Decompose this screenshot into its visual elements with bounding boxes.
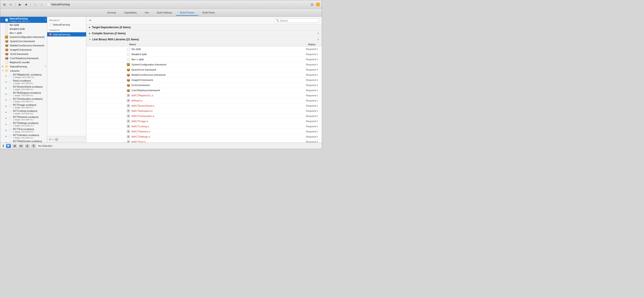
lib-name: QuartzCore.framework (132, 68, 292, 71)
step-status-button[interactable] (18, 144, 24, 148)
lib-row[interactable]: ⚙ libRCTGeolocation.a Required ⇅ (86, 114, 322, 119)
nav-item-rctactionsheet[interactable]: ▶ 📄 RCTActionSheet.xcodeproj 1 target, i… (4, 85, 47, 91)
nav-item-rctsettings[interactable]: ▶ 📄 RCTSettings.xcodeproj 1 target, iOS … (4, 121, 47, 127)
lib-row[interactable]: ⚙ libRCTActionSheet.a Required ⇅ (86, 103, 322, 108)
stepper-icon[interactable]: ⇅ (316, 84, 318, 86)
lib-row[interactable]: 📦 QuartzCore.framework Required ⇅ (86, 67, 322, 72)
lib-row[interactable]: 📦 SystemConfiguration.framework Required… (86, 62, 322, 67)
nav-item-mapboxbundle[interactable]: MapboxGL.bundle (0, 60, 47, 64)
group-icon: 📁 (5, 69, 8, 72)
project-nav-content: PROJECT 📄 NaturalFarming TARGETS 🎯 Natur… (47, 17, 86, 136)
nav-item-rctgeolocation[interactable]: ▶ 📄 RCTGeolocation.xcodeproj 1 target, i… (4, 97, 47, 103)
nav-fwd-button[interactable]: › (39, 2, 44, 7)
lib-row[interactable]: ⚙ libRCTSettings.a Required ⇅ (86, 134, 322, 139)
nav-item-glkit[interactable]: 📦 GLKit.framework (0, 52, 47, 56)
upload-button[interactable] (31, 144, 36, 148)
lib-row[interactable]: ⚙ libRCTAdSupport.a Required ⇅ (86, 108, 322, 114)
lib-row[interactable]: ⚙ libRCTImage.a Required ⇅ (86, 119, 322, 124)
nav-item-rctadsupport[interactable]: ▶ 📄 RCTAdSupport.xcodeproj 1 target, iOS… (4, 91, 47, 97)
stepper-icon[interactable]: ⇅ (316, 125, 318, 128)
nav-item-rcttext[interactable]: ▶ 📄 RCTText.xcodeproj 1 target, iOS SDK … (4, 127, 47, 133)
stepper-icon[interactable]: ⇅ (316, 130, 318, 133)
remove-target-button[interactable]: − (52, 137, 54, 141)
grid-icon[interactable]: ⊞ (2, 2, 7, 7)
tab-build-phases[interactable]: Build Phases (176, 10, 198, 16)
lib-row[interactable]: 📦 CoreTelephony.framework Required ⇅ (86, 88, 322, 93)
nav-item-libcpp[interactable]: libc++.dylib (0, 31, 47, 35)
nav-item-rctvibration[interactable]: ▶ 📄 RCTVibration.xcodeproj 1 target, iOS… (4, 133, 47, 139)
tab-info[interactable]: Info (141, 10, 153, 16)
warning-badge[interactable]: ! (316, 3, 320, 7)
run-status-button[interactable] (6, 144, 11, 148)
stepper-icon[interactable]: ⇅ (316, 48, 318, 50)
nav-item-react[interactable]: ▶ 📄 React.xcodeproj 1 target, iOS SDK 8.… (4, 79, 47, 85)
stepper-icon[interactable]: ⇅ (316, 110, 318, 112)
stepper-icon[interactable]: ⇅ (316, 79, 318, 81)
nav-back-button[interactable]: ‹ (33, 2, 38, 7)
nav-item-rctwebsocket[interactable]: ▶ 📄 RCTWebSocket.xcodeproj 1 target, iOS… (4, 139, 47, 142)
stepper-icon[interactable]: ⇅ (316, 74, 318, 76)
stepper-icon[interactable]: ⇅ (316, 94, 318, 97)
nav-item-naturalfarming-group[interactable]: ▶ 📁 NaturalFarming ? (0, 64, 47, 69)
nav-item-rctimage[interactable]: ▶ 📄 RCTImage.xcodeproj 1 target, iOS SDK… (4, 103, 47, 109)
lib-row[interactable]: ⚙ libRCTText.a Required ⇅ (86, 139, 322, 142)
nav-item-libraries[interactable]: ▼ 📁 Libraries (0, 69, 47, 73)
stepper-icon[interactable]: ⇅ (316, 89, 318, 92)
nav-item-imageio[interactable]: 📦 ImageIO.framework (0, 48, 47, 52)
phase-header-target-deps[interactable]: ▶ Target Dependencies (0 items) (86, 25, 322, 30)
nav-item-mobilecore[interactable]: 📦 MobileCoreServices.framework (0, 43, 47, 48)
stepper-icon[interactable]: ⇅ (316, 141, 318, 143)
tab-build-settings[interactable]: Build Settings (153, 10, 176, 16)
nav-item-quartzcore[interactable]: 📦 QuartzCore.framework (0, 39, 47, 43)
hide-navigator-icon[interactable]: ⊟ (310, 2, 314, 7)
stepper-icon[interactable]: ⇅ (316, 105, 318, 107)
lib-row[interactable]: ⚙ libRCTNetwork.a Required ⇅ (86, 129, 322, 134)
nav-item-libz[interactable]: libz.dylib (0, 23, 47, 27)
nav-item-libsqlite3[interactable]: libsqlite3.dylib (0, 27, 47, 31)
phase-header-link[interactable]: ▼ Link Binary With Libraries (21 items) … (86, 37, 322, 42)
filter-button[interactable]: ◎ (55, 137, 58, 141)
lib-row[interactable]: libc++.dylib Required ⇅ (86, 57, 322, 62)
project-nav-item[interactable]: 📄 NaturalFarming (47, 22, 86, 27)
stepper-icon[interactable]: ⇅ (316, 53, 318, 56)
nav-item-rctlinking[interactable]: ▶ 📄 RCTLinking.xcodeproj 1 target, iOS S… (4, 109, 47, 115)
lib-row[interactable]: ⚙ libReact.a Required ⇅ (86, 98, 322, 103)
navigator-toggle-icon[interactable]: ⬇ (2, 144, 5, 148)
search-input[interactable] (280, 19, 318, 22)
nav-item-rctmapboxgl[interactable]: ▶ 📄 RCTMapboxGL.xcodeproj 2 targets, iOS… (4, 73, 47, 79)
lib-row[interactable]: libsqlite3.dylib Required ⇅ (86, 52, 322, 57)
target-item-naturalfarming[interactable]: 🎯 NaturalFarming (47, 32, 86, 37)
close-phase-button[interactable]: × (317, 32, 319, 35)
stepper-icon[interactable]: ⇅ (316, 135, 318, 138)
nav-item-systemconfig[interactable]: 📦 SystemConfiguration.framework (0, 35, 47, 39)
stop-button[interactable]: ■ (24, 2, 28, 7)
stepper-icon[interactable]: ⇅ (316, 120, 318, 122)
nav-item-coretelephony[interactable]: 📦 CoreTelephony.framework (0, 56, 47, 60)
tab-build-rules[interactable]: Build Rules (198, 10, 219, 16)
lib-row[interactable]: 📦 MobileCoreServices.framework Required … (86, 72, 322, 78)
tab-general[interactable]: General (103, 10, 120, 16)
list-icon[interactable]: ≡ (8, 2, 13, 7)
stepper-icon[interactable]: ⇅ (316, 115, 318, 117)
nav-item-naturalfarming-root[interactable]: ▶ 📄 NaturalFarming 1 target, iOS SDK 8.1… (0, 17, 47, 23)
stepper-icon[interactable]: ⇅ (316, 58, 318, 61)
add-phase-button[interactable]: + (89, 18, 92, 23)
stepper-icon[interactable]: ⇅ (316, 99, 318, 102)
add-target-button[interactable]: + (49, 137, 51, 141)
svg-rect-7 (26, 147, 28, 147)
phase-header-compile[interactable]: ▶ Compile Sources (2 items) × (86, 31, 322, 36)
pause-status-button[interactable] (12, 144, 17, 148)
nav-item-rctnetwork[interactable]: ▶ 📄 RCTNetwork.xcodeproj 1 target, iOS S… (4, 115, 47, 121)
stepper-icon[interactable]: ⇅ (316, 63, 318, 66)
stepper-icon[interactable]: ⇅ (316, 69, 318, 71)
lib-row[interactable]: libz.dylib Required ⇅ (86, 47, 322, 52)
download-button[interactable] (25, 144, 30, 148)
lib-row[interactable]: 📦 GLKit.framework Required ⇅ (86, 83, 322, 88)
lib-row[interactable]: ⚙ libRCTLinking.a Required ⇅ (86, 124, 322, 129)
lib-row[interactable]: 📦 ImageIO.framework Required ⇅ (86, 78, 322, 83)
toolbar-separator (15, 3, 16, 7)
tab-capabilities[interactable]: Capabilities (120, 10, 141, 16)
lib-row[interactable]: ⚙ libRCTMapboxGL.a Required ⇅ (86, 93, 322, 98)
close-phase-button[interactable]: × (317, 38, 319, 41)
run-button[interactable]: ▶ (18, 2, 22, 7)
